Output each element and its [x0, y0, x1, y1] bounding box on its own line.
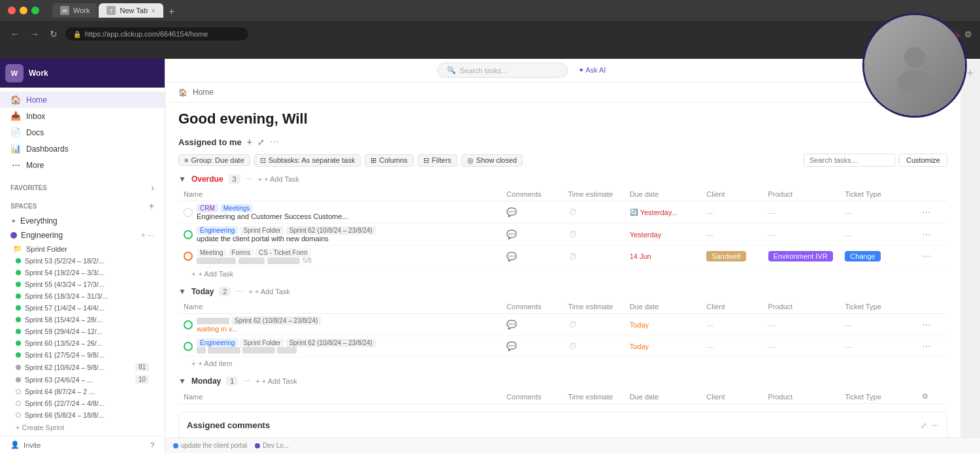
today-status-1[interactable]	[184, 320, 193, 329]
sidebar-sprint-63[interactable]: Sprint 63 (24/6/24 – ... 10	[0, 373, 165, 386]
right-add-button[interactable]: +	[967, 67, 974, 80]
tab-work[interactable]: W Work	[52, 3, 97, 18]
tag-sprint-folder-today1[interactable]: Sprint 62 (10/8/24 – 23/8/24)	[231, 316, 321, 325]
sidebar-invite-button[interactable]: 👤 Invite ?	[0, 436, 165, 453]
row-dots-3[interactable]: ⋯	[922, 251, 931, 261]
today-add-task[interactable]: + + Add Task	[248, 288, 289, 295]
tag-sprint-folder-2[interactable]: Sprint Folder	[240, 226, 284, 235]
tag-engineering-today2[interactable]: Engineering	[197, 339, 238, 347]
close-traffic-light[interactable]	[8, 7, 16, 14]
today-toggle[interactable]: ▼	[178, 287, 186, 296]
show-closed-chip[interactable]: ◎ Show closed	[461, 154, 523, 167]
sidebar-sprint-54[interactable]: Sprint 54 (19/2/24 – 3/3/...	[0, 267, 165, 278]
today-comment-2[interactable]: 💬	[506, 341, 517, 351]
engineering-dot	[10, 232, 17, 239]
tag-sprint62-2[interactable]: Sprint 62 (10/8/24 – 23/8/24)	[286, 226, 376, 235]
today-status-2[interactable]	[184, 342, 193, 351]
sidebar-item-inbox[interactable]: 📥 Inbox	[0, 108, 165, 124]
row-dots-1[interactable]: ⋯	[922, 207, 931, 218]
columns-chip[interactable]: ⊞ Columns	[365, 154, 413, 167]
tab-new[interactable]: T New Tab ×	[99, 3, 163, 18]
assigned-to-me-expand[interactable]: ⤢	[257, 137, 265, 147]
customize-button[interactable]: Customize	[899, 154, 947, 167]
comment-icon-3[interactable]: 💬	[506, 252, 517, 261]
task-title-1[interactable]: Engineering and Customer Success Custome…	[197, 212, 348, 220]
sidebar-sprint-53[interactable]: Sprint 53 (5/2/24 – 18/2/...	[0, 255, 165, 267]
top-search-bar[interactable]: 🔍 Search tasks...	[437, 63, 568, 78]
tag-meeting-3[interactable]: Meeting	[197, 248, 227, 257]
today-col-comments: Comments	[501, 300, 563, 314]
extension-icon-3[interactable]: ⚙	[964, 29, 972, 39]
reload-button[interactable]: ↻	[47, 27, 60, 41]
settings-icon[interactable]: ⚙	[922, 392, 928, 400]
assigned-to-me-plus[interactable]: +	[247, 137, 252, 147]
engineering-add-icon[interactable]: + ···	[141, 231, 154, 240]
minimize-traffic-light[interactable]	[20, 7, 27, 14]
sidebar-item-dashboards[interactable]: 📊 Dashboards	[0, 141, 165, 157]
group-chip[interactable]: ≡ Group: Due date	[178, 154, 250, 166]
overdue-toggle[interactable]: ▼	[178, 175, 186, 184]
sidebar-sprint-56[interactable]: Sprint 56 (18/3/24 – 31/3/...	[0, 290, 165, 302]
tag-forms-3[interactable]: Forms	[229, 248, 253, 257]
create-sprint-button[interactable]: + Create Sprint	[0, 421, 165, 434]
tag-meetings[interactable]: Meetings	[220, 204, 253, 212]
maximize-traffic-light[interactable]	[31, 7, 39, 14]
sidebar-folder[interactable]: 📁 Sprint Folder	[0, 243, 165, 255]
task-title-2[interactable]: update the client portal with new domain…	[197, 235, 376, 243]
new-tab-button[interactable]: +	[165, 6, 178, 18]
ask-ai-button[interactable]: ✦ Ask AI	[578, 66, 606, 75]
today-dots[interactable]: ⋯	[236, 288, 243, 296]
today-row-dots-1[interactable]: ⋯	[922, 320, 931, 330]
sidebar-sprint-62[interactable]: Sprint 62 (10/6/24 – 9/8/... 81	[0, 361, 165, 373]
sidebar-item-docs[interactable]: 📄 Docs	[0, 124, 165, 141]
monday-toggle[interactable]: ▼	[178, 377, 186, 386]
today-row-dots-2[interactable]: ⋯	[922, 341, 931, 352]
today-comment-1[interactable]: 💬	[506, 320, 517, 329]
tag-engineering-2[interactable]: Engineering	[197, 226, 238, 235]
overdue-add-task[interactable]: + + Add Task	[258, 175, 299, 183]
task-status-3[interactable]	[184, 252, 193, 261]
favorites-expand-icon[interactable]: ›	[151, 182, 154, 193]
sidebar-item-engineering[interactable]: Engineering + ···	[0, 228, 165, 243]
sidebar-item-everything[interactable]: ✦ Everything	[0, 214, 165, 228]
overdue-dots[interactable]: ⋯	[246, 175, 253, 184]
spaces-add-icon[interactable]: +	[149, 201, 154, 211]
sidebar-sprint-66[interactable]: Sprint 66 (5/8/24 – 18/8/...	[0, 409, 165, 421]
monday-dots[interactable]: ⋯	[243, 377, 250, 386]
tag-cs-3[interactable]: CS - Ticket Form	[255, 248, 311, 257]
sidebar-sprint-60[interactable]: Sprint 60 (13/5/24 – 26/...	[0, 337, 165, 349]
sidebar-sprint-55[interactable]: Sprint 55 (4/3/24 – 17/3/...	[0, 278, 165, 290]
comment-icon-2[interactable]: 💬	[506, 229, 517, 239]
sidebar-sprint-65[interactable]: Sprint 65 (22/7/24 – 4/8/...	[0, 397, 165, 409]
row-dots-2[interactable]: ⋯	[922, 229, 931, 240]
task-status-2[interactable]	[184, 230, 193, 239]
sidebar-sprint-64[interactable]: Sprint 64 (8/7/24 – 2 ...	[0, 386, 165, 397]
tab-new-label: New Tab	[120, 7, 148, 14]
sidebar-item-more[interactable]: ⋯ More	[0, 157, 165, 173]
invite-help-icon[interactable]: ?	[150, 441, 154, 449]
filters-chip[interactable]: ⊟ Filters	[417, 154, 457, 167]
sidebar-sprint-59[interactable]: Sprint 59 (29/4/24 – 12/...	[0, 326, 165, 337]
tab-close-icon[interactable]: ×	[152, 7, 155, 14]
task-search-input[interactable]	[804, 154, 895, 167]
sidebar-item-home[interactable]: 🏠 Home	[0, 92, 165, 108]
assigned-comments-dots-icon[interactable]: ⋯	[931, 421, 939, 430]
comment-icon-1[interactable]: 💬	[506, 207, 517, 217]
tag-sprint62-today2[interactable]: Sprint 62 (10/8/24 – 23/8/24)	[286, 339, 376, 347]
tag-crm[interactable]: CRM	[197, 204, 218, 212]
tag-sprint-folder-today2[interactable]: Sprint Folder	[240, 339, 284, 347]
assigned-comments-expand-icon[interactable]: ⤢	[921, 421, 927, 430]
address-bar[interactable]: 🔒 https://app.clickup.com/6646154/home	[65, 27, 248, 41]
sidebar-sprint-57[interactable]: Sprint 57 (1/4/24 – 14/4/...	[0, 302, 165, 314]
sidebar-sprint-58[interactable]: Sprint 58 (15/4/24 – 28/...	[0, 314, 165, 326]
sidebar-sprint-61[interactable]: Sprint 61 (27/5/24 – 9/8/...	[0, 349, 165, 361]
add-item-today-row[interactable]: + + Add item	[178, 357, 947, 370]
today-task-title-1[interactable]: waiting in v...	[197, 325, 238, 333]
subtasks-chip[interactable]: ⊡ Subtasks: As separate task	[254, 154, 361, 167]
add-task-overdue-row[interactable]: + + Add Task	[178, 267, 947, 280]
forward-button[interactable]: →	[27, 27, 42, 41]
monday-add-task[interactable]: + + Add Task	[255, 377, 297, 385]
task-checkbox[interactable]	[184, 208, 193, 217]
assigned-to-me-dots[interactable]: ⋯	[270, 137, 279, 147]
back-button[interactable]: ←	[8, 27, 22, 41]
